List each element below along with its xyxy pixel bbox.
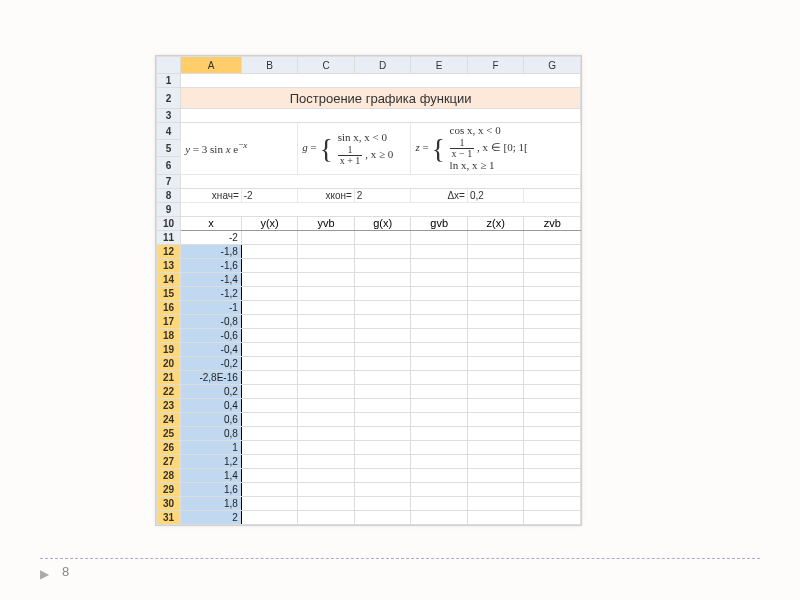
param-xstart-value[interactable]: -2	[241, 188, 298, 202]
col-header-A[interactable]: A	[181, 57, 242, 74]
cell-x[interactable]: 1,8	[181, 496, 242, 510]
formula-g: g = { sin x, x < 0 1x + 1 , x ≥ 0	[298, 123, 411, 175]
row-header[interactable]: 1	[157, 74, 181, 88]
cell-x[interactable]: -2,8E-16	[181, 370, 242, 384]
row-header[interactable]: 19	[157, 342, 181, 356]
row-header[interactable]: 5	[157, 140, 181, 157]
row-header[interactable]: 20	[157, 356, 181, 370]
row-header[interactable]: 4	[157, 123, 181, 140]
row-header[interactable]: 31	[157, 510, 181, 524]
row-header[interactable]: 16	[157, 300, 181, 314]
spreadsheet: A B C D E F G 1 2 Построение графика фун…	[155, 55, 582, 526]
row-header[interactable]: 8	[157, 188, 181, 202]
cell-x[interactable]: -2	[181, 230, 242, 244]
col-zx: z(x)	[467, 216, 524, 230]
row-header[interactable]: 30	[157, 496, 181, 510]
row-header[interactable]: 21	[157, 370, 181, 384]
row-header[interactable]: 23	[157, 398, 181, 412]
cell-x[interactable]: -0,2	[181, 356, 242, 370]
col-zvb: zvb	[524, 216, 581, 230]
row-header[interactable]: 15	[157, 286, 181, 300]
col-header-F[interactable]: F	[467, 57, 524, 74]
col-header-D[interactable]: D	[354, 57, 411, 74]
footer-divider	[40, 558, 760, 559]
cell-x[interactable]: -0,6	[181, 328, 242, 342]
row-header[interactable]: 9	[157, 202, 181, 216]
cell-x[interactable]: -1	[181, 300, 242, 314]
col-header-C[interactable]: C	[298, 57, 355, 74]
cell-x[interactable]: 1	[181, 440, 242, 454]
cell-x[interactable]: -0,8	[181, 314, 242, 328]
row-header[interactable]: 12	[157, 244, 181, 258]
row-header[interactable]: 13	[157, 258, 181, 272]
sheet-title: Построение графика функции	[181, 88, 581, 109]
nav-arrow-icon[interactable]: ▶	[40, 567, 49, 581]
param-dx-value[interactable]: 0,2	[467, 188, 524, 202]
row-header[interactable]: 6	[157, 157, 181, 174]
col-header-B[interactable]: B	[241, 57, 298, 74]
cell-x[interactable]: 0,2	[181, 384, 242, 398]
row-header[interactable]: 14	[157, 272, 181, 286]
grid[interactable]: A B C D E F G 1 2 Построение графика фун…	[156, 56, 581, 525]
cell-x[interactable]: -1,8	[181, 244, 242, 258]
col-header-E[interactable]: E	[411, 57, 468, 74]
cell-x[interactable]: 0,6	[181, 412, 242, 426]
param-xstart-label: хнач=	[181, 188, 242, 202]
row-header[interactable]: 10	[157, 216, 181, 230]
cell-x[interactable]: -1,6	[181, 258, 242, 272]
cell-x[interactable]: 1,4	[181, 468, 242, 482]
col-yvb: yvb	[298, 216, 355, 230]
row-header[interactable]: 17	[157, 314, 181, 328]
row-header[interactable]: 27	[157, 454, 181, 468]
cell-x[interactable]: 1,6	[181, 482, 242, 496]
col-header-G[interactable]: G	[524, 57, 581, 74]
param-xend-label: хкон=	[298, 188, 355, 202]
page-number: 8	[62, 564, 69, 579]
row-header[interactable]: 7	[157, 174, 181, 188]
cell-x[interactable]: -0,4	[181, 342, 242, 356]
col-x: x	[181, 216, 242, 230]
cell-x[interactable]: -1,2	[181, 286, 242, 300]
param-xend-value[interactable]: 2	[354, 188, 411, 202]
formula-y: y = 3 sin x e−x	[181, 123, 298, 175]
row-header[interactable]: 22	[157, 384, 181, 398]
col-yx: y(x)	[241, 216, 298, 230]
cell-x[interactable]: 1,2	[181, 454, 242, 468]
col-gvb: gvb	[411, 216, 468, 230]
row-header[interactable]: 28	[157, 468, 181, 482]
row-header[interactable]: 24	[157, 412, 181, 426]
row-header[interactable]: 26	[157, 440, 181, 454]
cell-x[interactable]: 0,8	[181, 426, 242, 440]
cell-x[interactable]: 0,4	[181, 398, 242, 412]
row-header[interactable]: 2	[157, 88, 181, 109]
row-header[interactable]: 25	[157, 426, 181, 440]
formula-z: z = { cos x, x < 0 1x − 1 , x ∈ [0; 1[ l…	[411, 123, 581, 175]
row-header[interactable]: 18	[157, 328, 181, 342]
column-header-row: A B C D E F G	[157, 57, 581, 74]
cell-x[interactable]: -1,4	[181, 272, 242, 286]
row-header[interactable]: 3	[157, 109, 181, 123]
col-gx: g(x)	[354, 216, 411, 230]
param-dx-label: Δx=	[411, 188, 468, 202]
select-all-corner[interactable]	[157, 57, 181, 74]
cell-x[interactable]: 2	[181, 510, 242, 524]
row-header[interactable]: 29	[157, 482, 181, 496]
row-header[interactable]: 11	[157, 230, 181, 244]
